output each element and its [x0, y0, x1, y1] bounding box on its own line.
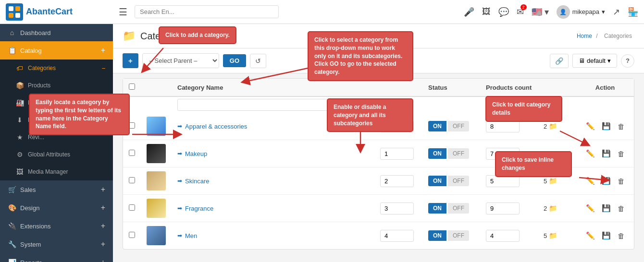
- row-image-cell-3: [141, 195, 172, 222]
- sidebar-item-manufacturers[interactable]: 🏭 Man...: [0, 94, 113, 111]
- reports-plus-icon: +: [101, 258, 105, 262]
- flag-icon[interactable]: 🇺🇸 ▾: [532, 7, 549, 17]
- status-off-button-0[interactable]: OFF: [448, 121, 469, 131]
- sidebar-item-catalog[interactable]: 📋 Catalog +: [0, 41, 113, 60]
- row-action-cell-3: ✏️ 💾 🗑: [576, 195, 634, 222]
- sidebar-item-global-attributes[interactable]: ⚙ Global Attributes: [0, 146, 113, 163]
- sidebar-item-media-manager[interactable]: 🖼 Media Manager: [0, 163, 113, 180]
- row-checkbox-3[interactable]: [129, 204, 135, 211]
- row-checkbox-cell-3: [123, 195, 141, 222]
- row-checkbox-4[interactable]: [129, 232, 135, 238]
- default-layout-button[interactable]: 🖥 default ▾: [572, 54, 617, 68]
- status-on-button-1[interactable]: ON: [428, 148, 446, 159]
- sort-input-1[interactable]: [380, 148, 414, 160]
- sidebar-item-design[interactable]: 🎨 Design +: [0, 199, 113, 217]
- status-on-button-0[interactable]: ON: [428, 121, 446, 131]
- status-off-button-1[interactable]: OFF: [448, 148, 469, 159]
- mail-icon[interactable]: ✉ 2: [517, 7, 524, 17]
- row-checkbox-cell-4: [123, 222, 141, 250]
- edit-button-3[interactable]: ✏️: [584, 203, 597, 214]
- menu-toggle[interactable]: ☰: [116, 6, 130, 18]
- go-button[interactable]: GO: [223, 54, 246, 67]
- save-button-2[interactable]: 💾: [600, 176, 613, 186]
- sidebar-item-products[interactable]: 📦 Products: [0, 77, 113, 94]
- breadcrumb-home[interactable]: Home: [577, 33, 592, 39]
- sidebar-item-reviews[interactable]: ★ Revi...: [0, 129, 113, 146]
- user-menu[interactable]: 👤 mikepapa ▾: [557, 5, 605, 19]
- external-link-icon[interactable]: ↗: [613, 7, 620, 17]
- delete-button-3[interactable]: 🗑: [616, 203, 627, 214]
- table-row: Skincare ON OFF 5 📁: [123, 167, 634, 195]
- products-count-input-1[interactable]: [486, 148, 520, 160]
- edit-button-1[interactable]: ✏️: [584, 148, 597, 159]
- folder-icon-3: 📁: [549, 204, 557, 212]
- sort-input-2[interactable]: [380, 175, 414, 187]
- th-products-count: Products count: [480, 79, 538, 96]
- share-button[interactable]: 🔗: [550, 54, 569, 68]
- store-icon[interactable]: 🏪: [628, 7, 638, 17]
- category-image-1: [147, 144, 166, 163]
- sidebar-item-extensions[interactable]: 🔌 Extensions +: [0, 217, 113, 235]
- save-button-1[interactable]: 💾: [600, 148, 613, 159]
- save-button-4[interactable]: 💾: [600, 230, 613, 241]
- sidebar-label-dashboard: Dashboard: [20, 29, 51, 36]
- table-row: Apparel & accessories ON OFF 2 📁: [123, 113, 634, 140]
- status-on-button-4[interactable]: ON: [428, 230, 446, 241]
- delete-button-1[interactable]: 🗑: [616, 149, 627, 159]
- delete-button-0[interactable]: 🗑: [616, 121, 627, 131]
- row-image-cell-2: [141, 167, 172, 195]
- downloads-icon: ⬇: [15, 116, 24, 124]
- th-sort: [374, 79, 422, 96]
- products-count-input-3[interactable]: [486, 202, 520, 214]
- catalog-plus-icon: +: [101, 46, 105, 55]
- page-header-left: 📁 Categories: [123, 30, 187, 42]
- add-category-button[interactable]: +: [123, 53, 138, 68]
- edit-button-0[interactable]: ✏️: [584, 121, 597, 131]
- microphone-icon[interactable]: 🎤: [464, 7, 474, 17]
- products-count-input-4[interactable]: [486, 230, 520, 242]
- category-link-4[interactable]: Men: [177, 232, 369, 239]
- products-count-input-2[interactable]: [486, 175, 520, 187]
- category-link-1[interactable]: Makeup: [177, 150, 369, 157]
- status-off-button-2[interactable]: OFF: [448, 176, 469, 186]
- edit-button-4[interactable]: ✏️: [584, 230, 597, 241]
- help-button[interactable]: ?: [621, 54, 634, 68]
- clear-search-icon[interactable]: ✕: [351, 102, 356, 108]
- delete-button-4[interactable]: 🗑: [616, 231, 627, 241]
- refresh-button[interactable]: ↺: [250, 54, 266, 68]
- save-button-3[interactable]: 💾: [600, 203, 613, 214]
- sidebar-item-system[interactable]: 🔧 System +: [0, 235, 113, 253]
- sort-input-3[interactable]: [380, 202, 414, 214]
- status-off-button-4[interactable]: OFF: [448, 230, 469, 241]
- status-off-button-3[interactable]: OFF: [448, 203, 469, 214]
- category-name-search[interactable]: [177, 99, 349, 111]
- logo[interactable]: AbanteCart: [6, 3, 116, 21]
- chat-icon[interactable]: 💬: [498, 7, 509, 17]
- sidebar-item-dashboard[interactable]: ⌂ Dashboard: [0, 24, 113, 41]
- sidebar-item-categories[interactable]: 🏷 Categories –: [0, 60, 113, 77]
- select-all-checkbox[interactable]: [129, 83, 135, 90]
- sort-input-4[interactable]: [380, 230, 414, 242]
- sidebar-item-downloads[interactable]: ⬇ Dow...: [0, 111, 113, 129]
- sidebar-item-sales[interactable]: 🛒 Sales +: [0, 180, 113, 199]
- sort-input-0[interactable]: [380, 120, 414, 132]
- row-checkbox-1[interactable]: [129, 150, 135, 156]
- category-link-3[interactable]: Fragrance: [177, 205, 369, 212]
- row-checkbox-2[interactable]: [129, 177, 135, 183]
- row-checkbox-0[interactable]: [129, 122, 135, 129]
- action-wrap-1: ✏️ 💾 🗑: [582, 148, 628, 159]
- delete-button-2[interactable]: 🗑: [616, 176, 627, 186]
- status-on-button-3[interactable]: ON: [428, 203, 446, 214]
- save-button-0[interactable]: 💾: [600, 121, 613, 131]
- row-name-cell-0: Apparel & accessories: [172, 113, 374, 140]
- select-parent-dropdown[interactable]: – Select Parent –: [142, 53, 219, 68]
- sidebar-item-reports[interactable]: 📊 Reports +: [0, 253, 113, 262]
- category-link-0[interactable]: Apparel & accessories: [177, 123, 369, 130]
- category-link-2[interactable]: Skincare: [177, 178, 369, 185]
- logo-icon: [6, 3, 23, 21]
- products-count-input-0[interactable]: [486, 120, 520, 132]
- status-on-button-2[interactable]: ON: [428, 176, 446, 186]
- edit-button-2[interactable]: ✏️: [584, 176, 597, 186]
- image-icon[interactable]: 🖼: [482, 7, 491, 17]
- search-input[interactable]: [135, 5, 279, 18]
